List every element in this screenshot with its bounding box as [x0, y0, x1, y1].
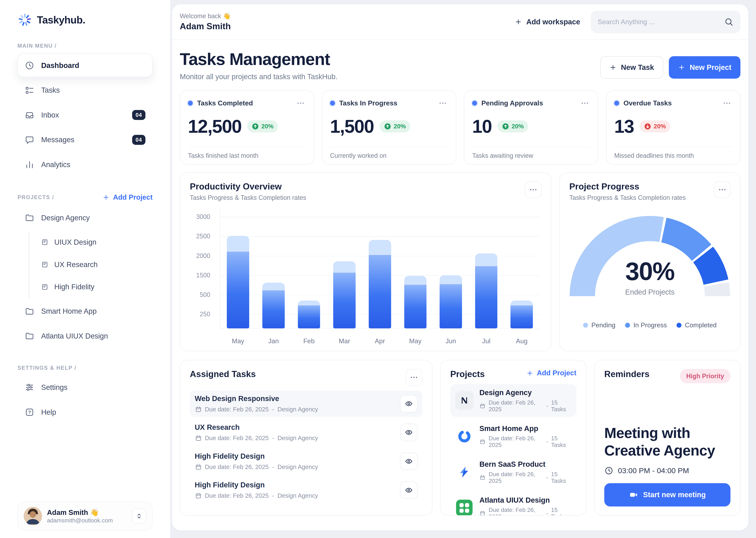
stat-menu-button[interactable] [438, 98, 448, 108]
dashboard-content: Tasks Management Monitor all your projec… [172, 40, 748, 530]
bar [510, 300, 533, 328]
legend-dot-icon [677, 323, 682, 328]
sidebar-project-design-agency[interactable]: Design Agency [18, 206, 153, 230]
card-menu-button[interactable] [525, 182, 541, 198]
bar-column: Jul [468, 207, 504, 328]
board-icon [41, 261, 48, 268]
settings-menu: Settings ? Help [18, 376, 153, 425]
legend-dot-icon [583, 323, 588, 328]
sidebar-item-settings[interactable]: Settings [18, 376, 153, 399]
view-task-button[interactable] [400, 481, 417, 499]
inbox-icon [25, 110, 34, 120]
sidebar-subproject-high-fidelity[interactable]: High Fidelity [35, 276, 153, 298]
calendar-icon [195, 435, 202, 442]
board-icon [41, 283, 48, 291]
stat-dot-icon [330, 101, 335, 106]
folder-icon [25, 213, 34, 223]
gauge-value: 30% [570, 259, 730, 284]
sidebar-item-label: Messages [41, 135, 74, 144]
search-box [591, 11, 740, 33]
app-logo: Taskyhub. [18, 13, 153, 27]
sidebar-add-project-button[interactable]: Add Project [102, 193, 153, 201]
projects-add-project-button[interactable]: Add Project [526, 369, 577, 377]
project-progress-card: Project Progress Tasks Progress & Tasks … [559, 172, 740, 351]
project-row[interactable]: Atlanta UIUX Design Due date: Feb 26, 20… [450, 492, 577, 515]
project-row[interactable]: Smart Home App Due date: Feb 26, 2025 - … [450, 420, 577, 453]
bar-column: May [398, 207, 433, 328]
sidebar-item-messages[interactable]: Messages 04 [18, 128, 153, 151]
charts-row: Productivity Overview Tasks Progress & T… [180, 172, 740, 351]
bar-column: Apr [362, 207, 398, 328]
arrow-up-circle-icon [252, 123, 259, 130]
calendar-icon [195, 492, 202, 500]
calendar-icon [195, 463, 202, 471]
view-task-button[interactable] [400, 395, 417, 412]
bar [333, 261, 355, 328]
card-menu-button[interactable] [714, 182, 730, 198]
stat-dot-icon [188, 101, 193, 106]
help-icon: ? [25, 407, 34, 417]
project-row[interactable]: Design Agency Due date: Feb 26, 2025 - 1… [450, 384, 577, 417]
bar [475, 253, 497, 328]
settings-icon [25, 383, 34, 392]
sidebar-project-smart-home-app[interactable]: Smart Home App [18, 300, 153, 323]
user-card[interactable]: Adam Smith 👋 adamsmith@outlook.com [18, 502, 153, 530]
task-row[interactable]: High Fidelity Design Due date: Feb 26, 2… [190, 477, 422, 503]
plus-icon [526, 369, 534, 377]
card-title: Reminders [604, 369, 649, 379]
eye-icon [404, 457, 413, 466]
eye-icon [404, 428, 413, 437]
y-tick-label: 1500 [196, 272, 210, 279]
board-icon [41, 239, 48, 246]
x-tick-label: Jan [256, 337, 291, 345]
section-label-main-menu: MAIN MENU / [18, 43, 153, 49]
y-tick-label: 500 [200, 291, 210, 298]
card-menu-button[interactable] [406, 369, 422, 386]
calendar-icon [479, 439, 486, 445]
task-row[interactable]: Web Design Responsive Due date: Feb 26, … [190, 391, 422, 417]
view-task-button[interactable] [400, 424, 417, 441]
project-row[interactable]: Bern SaaS Product Due date: Feb 26, 2025… [450, 456, 577, 489]
task-row[interactable]: High Fidelity Design Due date: Feb 26, 2… [190, 448, 422, 475]
main-panel: Welcome back 👋 Adam Smith Add workspace … [172, 4, 748, 530]
card-subtitle: Tasks Progress & Tasks Completion rates [190, 194, 306, 201]
sidebar-item-help[interactable]: ? Help [18, 401, 153, 424]
new-task-button[interactable]: New Task [600, 56, 663, 79]
ellipsis-icon [718, 185, 727, 194]
bar-chart-plot: MayJanFebMarAprMayJunJulAug [220, 207, 540, 329]
card-title: Assigned Tasks [190, 369, 256, 379]
sidebar-item-analytics[interactable]: Analytics [18, 153, 153, 176]
sidebar-project-atlanta-uiux-design[interactable]: Atlanta UIUX Design [18, 324, 153, 348]
user-menu-button[interactable] [132, 508, 146, 524]
sidebar-subproject-ux-research[interactable]: UX Research [35, 253, 153, 276]
sidebar-subproject-uiux-design[interactable]: UIUX Design [35, 231, 153, 253]
y-tick-label: 2000 [196, 252, 210, 259]
svg-text:?: ? [28, 410, 31, 415]
meeting-time: 03:00 PM - 04:00 PM [604, 466, 731, 475]
sidebar-item-tasks[interactable]: Tasks [18, 79, 153, 102]
task-row[interactable]: UX Research Due date: Feb 26, 2025 - Des… [190, 419, 422, 446]
bar [227, 236, 249, 328]
welcome-text: Welcome back 👋 [180, 13, 231, 20]
ellipsis-icon [410, 373, 418, 382]
stat-menu-button[interactable] [580, 98, 590, 108]
search-input[interactable] [598, 18, 720, 26]
sidebar-item-inbox[interactable]: Inbox 04 [18, 103, 153, 127]
bar [440, 275, 462, 328]
start-meeting-button[interactable]: Start new meeting [604, 483, 731, 507]
new-project-button[interactable]: New Project [669, 56, 740, 79]
sidebar-item-label: UIUX Design [54, 238, 96, 246]
plus-icon [678, 64, 685, 71]
sidebar-item-label: Dashboard [41, 61, 79, 70]
view-task-button[interactable] [400, 453, 417, 470]
bar-column: May [220, 207, 256, 328]
search-icon[interactable] [724, 17, 734, 27]
x-tick-label: Mar [327, 337, 362, 345]
card-subtitle: Tasks Progress & Tasks Completion rates [569, 194, 685, 201]
sidebar-item-dashboard[interactable]: Dashboard [18, 54, 153, 77]
stat-menu-button[interactable] [295, 98, 306, 108]
stat-menu-button[interactable] [722, 98, 732, 108]
add-workspace-button[interactable]: Add workspace [515, 18, 580, 26]
main-menu: Dashboard Tasks Inbox 04 Messages 04 Ana… [18, 54, 153, 178]
page-title: Tasks Management [180, 49, 338, 69]
